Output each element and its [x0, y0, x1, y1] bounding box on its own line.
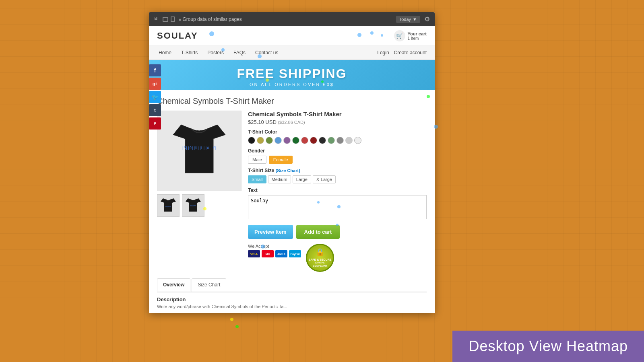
nav-contact[interactable]: Contact us	[254, 49, 280, 56]
twitter-button[interactable]: 🐦	[149, 91, 161, 103]
action-buttons: Preview Item Add to cart	[248, 225, 427, 239]
gender-female-button[interactable]: Female	[269, 156, 293, 164]
color-black[interactable]	[248, 137, 255, 144]
product-name: Chemical Symbols T-Shirt Maker	[248, 111, 427, 117]
google-plus-button[interactable]: g+	[149, 78, 161, 90]
color-label: T-Shirt Color	[248, 129, 427, 135]
nav-links: Home T-Shirts Posters FAQs Contact us	[157, 49, 280, 56]
visa-icon: VISA	[248, 250, 260, 257]
size-xlarge-button[interactable]: X-Large	[313, 175, 336, 183]
secure-badge: 🔒 SAFE & SECURE 100% PCI COMPLIANT	[306, 244, 334, 272]
nav-faqs[interactable]: FAQs	[232, 49, 247, 56]
payment-info: We Accept VISA MC AMEX PayPal	[248, 244, 301, 257]
site-logo: SOULAY	[157, 31, 198, 41]
banner-subtitle: ON ALL ORDERS OVER 60$	[157, 82, 427, 87]
browser-window: 🖥 ■ Group data of similar pages Today ▼ …	[149, 12, 435, 313]
preview-item-button[interactable]: Preview Item	[248, 225, 293, 239]
tshirt-image: |S||O||U||L||A||Y|	[165, 117, 233, 185]
tumblr-button[interactable]: t	[149, 104, 161, 116]
gender-male-button[interactable]: Male	[248, 156, 266, 164]
color-green[interactable]	[292, 137, 299, 144]
create-account-link[interactable]: Create account	[394, 50, 427, 56]
color-swatches	[248, 137, 427, 144]
color-gray[interactable]	[336, 137, 344, 144]
product-layout: |S||O||U||L||A||Y| SOULAY	[157, 111, 427, 272]
tab-overview[interactable]: Overview	[157, 278, 190, 292]
pinterest-button[interactable]: P	[149, 117, 161, 130]
svg-text:SOULAY: SOULAY	[165, 206, 171, 208]
svg-text:SOULAY: SOULAY	[190, 205, 196, 207]
lock-icon: 🔒	[316, 248, 324, 257]
size-large-button[interactable]: Large	[293, 175, 311, 183]
phone-icon[interactable]	[171, 16, 175, 22]
pinterest-icon: P	[154, 121, 157, 126]
description-text: Write any word/phrase with Chemical Symb…	[157, 304, 427, 309]
nav-posters[interactable]: Posters	[206, 49, 225, 56]
color-sage[interactable]	[328, 137, 335, 144]
amex-icon: AMEX	[275, 250, 287, 257]
product-image-area: |S||O||U||L||A||Y| SOULAY	[157, 111, 242, 272]
free-shipping-banner: FREE SHIPPING ON ALL ORDERS OVER 60$	[149, 60, 435, 90]
color-purple[interactable]	[283, 137, 291, 144]
facebook-button[interactable]: f	[149, 64, 161, 76]
date-selector[interactable]: Today ▼	[396, 16, 420, 23]
size-medium-button[interactable]: Medium	[268, 175, 291, 183]
add-to-cart-button[interactable]: Add to cart	[296, 225, 340, 239]
facebook-icon: f	[154, 67, 156, 74]
payment-icons: VISA MC AMEX PayPal	[248, 250, 301, 257]
custom-text-input[interactable]: Soulay	[248, 195, 427, 219]
we-accept-label: We Accept	[248, 244, 301, 249]
product-section: Chemical Symbols T-Shirt Maker |S||O||U|…	[149, 90, 435, 278]
tab-content: Description Write any word/phrase with C…	[157, 292, 427, 313]
color-olive[interactable]	[266, 137, 273, 144]
payment-area: We Accept VISA MC AMEX PayPal 🔒 SAFE & S…	[248, 244, 427, 272]
tab-size-chart[interactable]: Size Chart	[192, 278, 226, 292]
website-content: SOULAY 🛒 Your cart 1 Item Home T-Shirts …	[149, 26, 435, 313]
nav-auth: Login Create account	[377, 50, 427, 56]
google-plus-icon: g+	[153, 82, 157, 86]
monitor-icon: 🖥	[154, 16, 160, 23]
description-title: Description	[157, 296, 427, 302]
tablet-icon[interactable]	[163, 17, 168, 22]
browser-icons: 🖥	[154, 16, 175, 23]
nav-home[interactable]: Home	[157, 49, 173, 56]
cart-area[interactable]: 🛒 Your cart 1 Item	[394, 30, 427, 41]
product-page-title: Chemical Symbols T-Shirt Maker	[157, 97, 427, 106]
color-darkred[interactable]	[310, 137, 317, 144]
cart-label: Your cart 1 Item	[408, 31, 427, 41]
product-thumbnails: SOULAY SOULAY	[157, 194, 242, 217]
size-label: T-Shirt Size (Size Chart)	[248, 168, 427, 173]
paypal-icon: PayPal	[289, 250, 301, 257]
product-price: $25.10 USD ($32.86 CAD)	[248, 119, 427, 125]
text-label: Text	[248, 187, 427, 193]
color-red[interactable]	[301, 137, 308, 144]
color-blue[interactable]	[275, 137, 282, 144]
mastercard-icon: MC	[262, 250, 274, 257]
gender-buttons: Male Female	[248, 156, 427, 164]
svg-text:|S||O||U||L||A||Y|: |S||O||U||L||A||Y|	[182, 146, 217, 150]
settings-icon[interactable]: ⚙	[424, 15, 430, 23]
size-chart-link[interactable]: (Size Chart)	[276, 168, 300, 173]
color-more[interactable]	[354, 137, 361, 144]
size-buttons: Small Medium Large X-Large	[248, 175, 427, 183]
banner-title: FREE SHIPPING	[157, 66, 427, 81]
size-small-button[interactable]: Small	[248, 175, 266, 183]
browser-toolbar: 🖥 ■ Group data of similar pages Today ▼ …	[149, 12, 435, 26]
gender-label: Gender	[248, 148, 427, 154]
color-charcoal[interactable]	[319, 137, 326, 144]
login-link[interactable]: Login	[377, 50, 389, 56]
product-main-image: |S||O||U||L||A||Y|	[157, 111, 242, 191]
chevron-down-icon: ▼	[413, 17, 417, 22]
color-lightgray[interactable]	[345, 137, 353, 144]
tumblr-icon: t	[154, 108, 155, 113]
twitter-icon: 🐦	[152, 94, 159, 100]
nav-tshirts[interactable]: T-Shirts	[180, 49, 199, 56]
site-header: SOULAY 🛒 Your cart 1 Item	[149, 26, 435, 46]
product-details: Chemical Symbols T-Shirt Maker $25.10 US…	[248, 111, 427, 272]
color-gold[interactable]	[257, 137, 264, 144]
browser-page-title: ■ Group data of similar pages	[179, 16, 392, 22]
thumbnail-2[interactable]: SOULAY	[182, 194, 204, 217]
cart-icon: 🛒	[394, 30, 405, 41]
product-tabs: Overview Size Chart Description Write an…	[149, 278, 435, 313]
thumbnail-1[interactable]: SOULAY	[157, 194, 180, 217]
